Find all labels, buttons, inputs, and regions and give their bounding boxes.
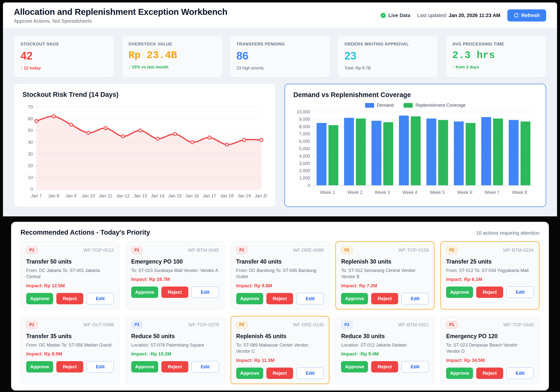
edit-button[interactable]: Edit — [86, 293, 114, 304]
kpi-value: Rp 23.4B — [129, 50, 216, 61]
kpi-subtext: Total: Rp 8.7B — [344, 66, 431, 71]
header-titles: Allocation and Replenishment Exception W… — [14, 7, 227, 24]
action-buttons: Approve Reject Edit — [236, 293, 324, 304]
edit-button[interactable]: Edit — [506, 287, 534, 298]
svg-text:8,000: 8,000 — [299, 124, 310, 129]
svg-text:Jan 16: Jan 16 — [186, 193, 199, 198]
priority-badge: P1 — [131, 247, 143, 254]
edit-button[interactable]: Edit — [86, 361, 114, 372]
approve-button[interactable]: Approve — [236, 293, 263, 304]
actions-title: Recommended Actions - Today's Priority — [21, 229, 150, 236]
action-description: Location: ST-078 Palembang Square — [131, 342, 219, 349]
approve-button[interactable]: Approve — [446, 368, 473, 379]
approve-button[interactable]: Approve — [446, 287, 473, 298]
legend-label: Replenishment Coverage — [415, 103, 466, 108]
refresh-button[interactable]: Refresh — [507, 9, 546, 21]
edit-button[interactable]: Edit — [506, 368, 534, 379]
svg-text:Week 2: Week 2 — [347, 190, 363, 195]
action-card-top: P2 WF-DRE-0145 — [236, 321, 324, 329]
priority-badge: P1 — [236, 247, 248, 254]
reject-button[interactable]: Reject — [476, 368, 503, 379]
action-title: Replenish 45 units — [236, 333, 324, 340]
reject-button[interactable]: Reject — [266, 293, 293, 304]
svg-text:Jan 18: Jan 18 — [220, 193, 234, 198]
charts-row: Stockout Risk Trend (14 Days) 0102030405… — [3, 77, 557, 216]
svg-text:9,000: 9,000 — [299, 117, 310, 122]
page-subtitle: Approve Actions, Not Spreadsheets — [14, 18, 227, 24]
svg-text:Jan 10: Jan 10 — [82, 193, 95, 198]
kpi-card: OVERSTOCK VALUE Rp 23.4B ↓ 15% vs last m… — [122, 36, 222, 77]
action-card: P1 WF-BTM-0045 Emergency PO 100 To: ST-0… — [126, 241, 225, 309]
approve-button[interactable]: Approve — [26, 293, 53, 304]
action-impact: Impact: Rp 6.1M — [446, 277, 534, 282]
svg-text:7,000: 7,000 — [299, 131, 310, 136]
approve-button[interactable]: Approve — [26, 361, 53, 372]
dashboard: Allocation and Replenishment Exception W… — [3, 2, 557, 216]
svg-text:3,000: 3,000 — [299, 161, 310, 166]
kpi-subtext: ↓ from 2 days — [452, 65, 539, 70]
svg-text:2,000: 2,000 — [299, 168, 310, 173]
approve-button[interactable]: Approve — [236, 368, 263, 379]
approve-button[interactable]: Approve — [131, 287, 158, 298]
action-impact: Impact: Rp 9.8M — [236, 283, 324, 289]
actions-grid: P1 WF-TOP-0012 Transfer 50 units From: D… — [21, 241, 539, 384]
svg-text:4,000: 4,000 — [299, 154, 310, 159]
edit-button[interactable]: Edit — [401, 361, 429, 372]
action-buttons: Approve Reject Edit — [236, 368, 324, 379]
last-updated-value: Jan 20, 2026 11:23 AM — [449, 13, 500, 18]
svg-text:Jan 12: Jan 12 — [116, 193, 129, 198]
approve-button[interactable]: Approve — [341, 361, 368, 372]
svg-text:60: 60 — [28, 116, 33, 121]
kpi-subtext: ↓ 15% vs last month — [129, 65, 216, 70]
action-buttons: Approve Reject Edit — [26, 293, 114, 304]
approve-button[interactable]: Approve — [341, 293, 368, 304]
kpi-label: TRANSFERS PENDING — [237, 42, 324, 47]
action-impact: Impact: -Rp 15.2M — [131, 351, 219, 357]
svg-text:40: 40 — [28, 140, 33, 145]
svg-text:Jan 20: Jan 20 — [255, 193, 267, 198]
svg-text:Week 1: Week 1 — [320, 190, 335, 195]
svg-text:Jan 8: Jan 8 — [48, 193, 59, 198]
kpi-value: 42 — [21, 50, 108, 62]
reject-button[interactable]: Reject — [266, 368, 293, 379]
kpi-value: 2.3 hrs — [452, 50, 539, 61]
kpi-value: 86 — [237, 50, 324, 62]
approve-button[interactable]: Approve — [131, 361, 158, 372]
reject-button[interactable]: Reject — [56, 293, 83, 304]
svg-text:Week 3: Week 3 — [375, 190, 390, 195]
workflow-id: WF-BTM-0321 — [398, 322, 429, 328]
edit-button[interactable]: Edit — [192, 287, 219, 298]
edit-button[interactable]: Edit — [401, 293, 429, 304]
recommended-actions-panel: Recommended Actions - Today's Priority 1… — [11, 222, 549, 391]
reject-button[interactable]: Reject — [56, 361, 83, 372]
svg-text:Jan 15: Jan 15 — [168, 193, 182, 198]
action-title: Transfer 50 units — [26, 258, 114, 265]
actions-header: Recommended Actions - Today's Priority 1… — [21, 229, 539, 236]
edit-button[interactable]: Edit — [296, 293, 324, 304]
edit-button[interactable]: Edit — [192, 361, 219, 372]
action-card-top: P1 WF-OUT-0098 — [26, 321, 114, 329]
kpi-value: 23 — [344, 50, 431, 62]
reject-button[interactable]: Reject — [371, 293, 398, 304]
kpi-label: STOCKOUT SKUS — [21, 42, 108, 47]
reject-button[interactable]: Reject — [476, 287, 503, 298]
action-buttons: Approve Reject Edit — [446, 368, 534, 379]
last-updated-label: Last updated: — [417, 13, 447, 18]
action-description: From: DC Medan To: ST-056 Medan Grand — [26, 342, 114, 349]
action-impact: Impact: Rp 34.5M — [446, 358, 534, 363]
edit-button[interactable]: Edit — [296, 368, 324, 379]
kpi-label: OVERSTOCK VALUE — [129, 42, 216, 47]
reject-button[interactable]: Reject — [161, 361, 188, 372]
legend-swatch — [365, 103, 374, 108]
reject-button[interactable]: Reject — [371, 361, 398, 372]
action-card: P1 WF-TOP-0012 Transfer 50 units From: D… — [21, 241, 120, 309]
action-card: P2 WF-DRE-0145 Replenish 45 units To: ST… — [231, 316, 330, 384]
reject-button[interactable]: Reject — [161, 287, 188, 298]
action-description: To: ST-023 Denpasar Beach Vendor: Vendor… — [446, 342, 534, 355]
priority-badge: P1 — [26, 321, 38, 329]
priority-badge: P2 — [236, 321, 248, 329]
workflow-id: WF-OUT-0098 — [83, 322, 114, 328]
action-buttons: Approve Reject Edit — [131, 287, 219, 298]
svg-text:70: 70 — [28, 104, 33, 109]
priority-badge: P3 — [131, 321, 143, 329]
